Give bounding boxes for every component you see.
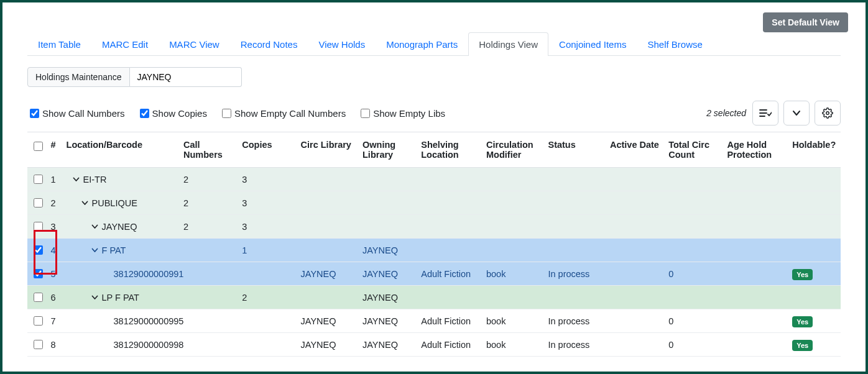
select-all-checkbox[interactable] [34, 142, 43, 151]
total-circ-cell [665, 191, 723, 215]
row-checkbox[interactable] [34, 175, 43, 184]
age-hold-cell [723, 262, 788, 286]
table-row[interactable]: 738129000000995JAYNEQJAYNEQAdult Fiction… [27, 309, 841, 333]
show-call-numbers-input[interactable] [30, 109, 39, 118]
gear-icon [822, 107, 833, 119]
row-checkbox[interactable] [34, 316, 43, 326]
chevron-down-icon [91, 295, 98, 300]
table-row[interactable]: 6LP F PAT2JAYNEQ [27, 286, 841, 309]
table-row[interactable]: 538129000000991JAYNEQJAYNEQAdult Fiction… [27, 262, 841, 286]
col-copies[interactable]: Copies [238, 132, 297, 168]
age-hold-cell [723, 168, 788, 191]
expand-toggle[interactable]: EI-TR [73, 175, 107, 185]
col-active-date[interactable]: Active Date [606, 132, 665, 168]
owning-library-cell [359, 168, 417, 191]
tab-marc-edit[interactable]: MARC Edit [91, 32, 159, 56]
col-owning-library[interactable]: Owning Library [359, 132, 417, 168]
row-number: 5 [47, 262, 62, 286]
status-cell [544, 286, 606, 309]
location-input[interactable] [130, 67, 242, 87]
holdable-badge: Yes [792, 340, 813, 351]
status-cell: In process [544, 262, 606, 286]
chevron-down-icon [792, 110, 801, 116]
circ-modifier-cell [482, 191, 544, 215]
col-location[interactable]: Location/Barcode [63, 132, 180, 168]
col-age-hold[interactable]: Age Hold Protection [723, 132, 788, 168]
col-num[interactable]: # [47, 132, 62, 168]
tab-shelf-browse[interactable]: Shelf Browse [637, 32, 713, 56]
dropdown-button[interactable] [783, 101, 810, 125]
status-cell [544, 239, 606, 262]
show-copies-input[interactable] [140, 109, 149, 118]
row-checkbox[interactable] [34, 198, 43, 208]
row-checkbox[interactable] [34, 340, 43, 349]
holdable-cell [788, 286, 841, 309]
tab-item-table[interactable]: Item Table [27, 32, 91, 56]
row-checkbox[interactable] [34, 245, 43, 255]
location-label: F PAT [102, 245, 126, 255]
copies-cell: 1 [238, 239, 297, 262]
expand-toggle[interactable]: F PAT [91, 245, 126, 255]
copies-cell: 3 [238, 191, 297, 215]
show-copies-checkbox[interactable]: Show Copies [137, 107, 207, 120]
expand-toggle[interactable]: LP F PAT [91, 293, 139, 303]
table-row[interactable]: 2PUBLIQUE23 [27, 191, 841, 215]
tab-view-holds[interactable]: View Holds [308, 32, 376, 56]
age-hold-cell [723, 309, 788, 333]
holdings-maintenance-button[interactable]: Holdings Maintenance [27, 67, 130, 87]
owning-library-cell [359, 215, 417, 239]
circ-library-cell: JAYNEQ [297, 333, 359, 357]
svg-point-3 [826, 112, 829, 115]
owning-library-cell: JAYNEQ [359, 333, 417, 357]
col-holdable[interactable]: Holdable? [788, 132, 841, 168]
call-numbers-cell [180, 262, 238, 286]
actions-button[interactable] [752, 101, 778, 125]
call-numbers-cell [180, 239, 238, 262]
table-row[interactable]: 1EI-TR23 [27, 168, 841, 191]
show-copies-label: Show Copies [152, 108, 207, 119]
circ-library-cell [297, 191, 359, 215]
col-circ-modifier[interactable]: Circulation Modifier [482, 132, 544, 168]
active-date-cell [606, 215, 665, 239]
table-row[interactable]: 4F PAT1JAYNEQ [27, 239, 841, 262]
location-label: JAYNEQ [102, 222, 137, 232]
copies-cell [238, 309, 297, 333]
row-number: 6 [47, 286, 62, 309]
show-empty-libs-label: Show Empty Libs [373, 108, 445, 119]
row-number: 7 [47, 309, 62, 333]
tab-conjoined-items[interactable]: Conjoined Items [548, 32, 637, 56]
age-hold-cell [723, 191, 788, 215]
show-empty-libs-checkbox[interactable]: Show Empty Libs [358, 107, 445, 120]
set-default-view-button[interactable]: Set Default View [763, 12, 848, 32]
settings-button[interactable] [815, 101, 841, 125]
circ-library-cell [297, 168, 359, 191]
col-shelving-location[interactable]: Shelving Location [417, 132, 482, 168]
holdable-cell: Yes [788, 262, 841, 286]
show-empty-call-numbers-input[interactable] [222, 109, 231, 118]
row-number: 2 [47, 191, 62, 215]
show-empty-libs-input[interactable] [361, 109, 370, 118]
show-call-numbers-checkbox[interactable]: Show Call Numbers [27, 107, 125, 120]
table-row[interactable]: 3JAYNEQ23 [27, 215, 841, 239]
row-checkbox[interactable] [34, 293, 43, 302]
col-status[interactable]: Status [544, 132, 606, 168]
tab-record-notes[interactable]: Record Notes [230, 32, 308, 56]
row-checkbox[interactable] [34, 222, 43, 231]
col-circ-library[interactable]: Circ Library [297, 132, 359, 168]
show-empty-call-numbers-checkbox[interactable]: Show Empty Call Numbers [219, 107, 346, 120]
row-checkbox[interactable] [34, 269, 43, 278]
list-check-icon [759, 108, 772, 118]
tab-marc-view[interactable]: MARC View [159, 32, 230, 56]
expand-toggle[interactable]: PUBLIQUE [81, 198, 137, 208]
col-call-numbers[interactable]: Call Numbers [180, 132, 238, 168]
status-cell [544, 215, 606, 239]
circ-modifier-cell: book [482, 333, 544, 357]
tab-holdings-view[interactable]: Holdings View [468, 32, 548, 56]
tab-monograph-parts[interactable]: Monograph Parts [376, 32, 468, 56]
copies-cell: 2 [238, 286, 297, 309]
expand-toggle[interactable]: JAYNEQ [91, 222, 137, 232]
table-row[interactable]: 838129000000998JAYNEQJAYNEQAdult Fiction… [27, 333, 841, 357]
copies-cell: 3 [238, 168, 297, 191]
col-total-circ[interactable]: Total Circ Count [665, 132, 723, 168]
circ-library-cell: JAYNEQ [297, 262, 359, 286]
